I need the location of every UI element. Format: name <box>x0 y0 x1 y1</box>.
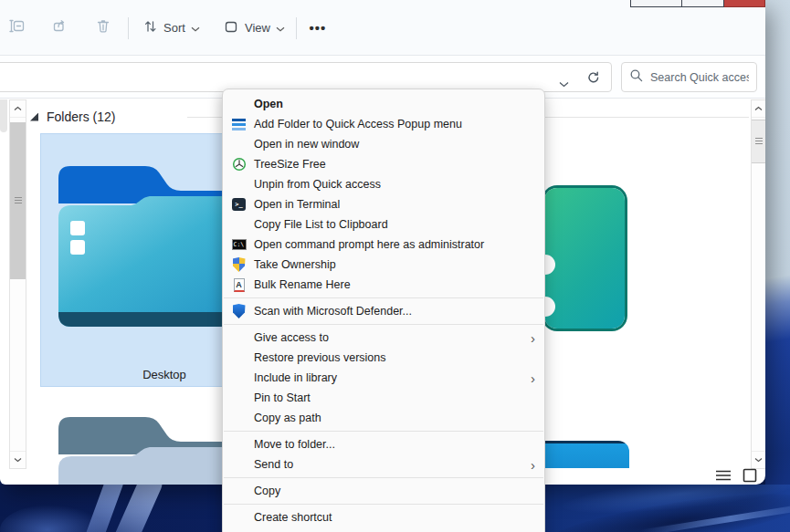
submenu-chevron-icon: › <box>531 458 535 472</box>
menu-item-unpin-quick-access[interactable]: Unpin from Quick access <box>223 174 544 194</box>
desktop-background: Sort View ••• <box>0 0 790 532</box>
menu-item-send-to[interactable]: Send to › <box>223 454 544 475</box>
scroll-down-button[interactable] <box>752 451 765 468</box>
menu-item-move-to-folder[interactable]: Move to folder... <box>223 434 544 454</box>
menu-item-take-ownership[interactable]: Take Ownership <box>223 255 544 275</box>
bg-maximize-button[interactable] <box>682 0 724 7</box>
background-window-caption <box>630 0 765 7</box>
menu-separator <box>224 477 543 478</box>
sort-label: Sort <box>163 21 185 35</box>
nav-pane-scrollbar-fragment[interactable] <box>0 99 7 132</box>
command-toolbar: Sort View ••• <box>0 0 765 56</box>
search-icon <box>629 68 644 87</box>
defender-shield-icon <box>233 304 246 318</box>
view-button[interactable]: View <box>216 12 292 43</box>
refresh-icon[interactable] <box>585 69 602 89</box>
scroll-up-button[interactable] <box>752 100 765 118</box>
menu-item-bulk-rename[interactable]: A Bulk Rename Here <box>223 275 544 295</box>
sort-icon <box>142 18 158 37</box>
view-label: View <box>245 21 270 35</box>
menu-item-restore-previous-versions[interactable]: Restore previous versions <box>223 348 544 368</box>
toolbar-separator <box>296 17 297 39</box>
context-menu: Open Add Folder to Quick Access Popup me… <box>222 89 545 532</box>
green-folder-icon[interactable] <box>544 188 625 329</box>
address-dropdown-chevron-icon[interactable] <box>559 75 569 91</box>
rename-button[interactable] <box>0 12 35 43</box>
terminal-icon: >_ <box>232 198 246 211</box>
menu-separator <box>224 431 543 432</box>
folders-group-header: Folders (12) <box>30 110 115 124</box>
search-box <box>621 62 757 92</box>
blue-folder-icon[interactable] <box>537 441 629 468</box>
more-options-button[interactable]: ••• <box>301 12 334 43</box>
treesize-icon <box>232 157 247 172</box>
list-view-button[interactable] <box>713 467 733 484</box>
more-options-icon: ••• <box>310 20 327 36</box>
menu-item-open-in-terminal[interactable]: >_ Open in Terminal <box>223 194 544 214</box>
menu-item-create-shortcut[interactable]: Create shortcut <box>223 507 544 527</box>
menu-item-copy-as-path[interactable]: Copy as path <box>223 408 544 428</box>
scrollbar-thumb[interactable] <box>752 120 765 163</box>
left-scrollbar[interactable] <box>9 99 26 469</box>
view-icon <box>223 18 239 37</box>
menu-item-open-new-window[interactable]: Open in new window <box>223 134 544 154</box>
menu-item-give-access-to[interactable]: Give access to › <box>223 328 544 348</box>
menu-item-pin-to-start[interactable]: Pin to Start <box>223 388 544 408</box>
thumbnail-view-button[interactable] <box>740 467 760 484</box>
submenu-chevron-icon: › <box>531 371 535 385</box>
menu-item-add-folder-quick-access-popup[interactable]: Add Folder to Quick Access Popup menu <box>223 114 544 134</box>
menu-separator <box>224 504 543 505</box>
status-bar <box>713 467 760 484</box>
menu-separator <box>224 297 543 298</box>
list-view-icon <box>715 469 732 482</box>
menu-item-open[interactable]: Open <box>223 94 544 114</box>
rename-icon <box>8 16 26 38</box>
menu-item-open-cmd-admin[interactable]: C:\ Open command prompt here as administ… <box>223 235 544 255</box>
share-icon <box>51 16 69 38</box>
sort-button[interactable]: Sort <box>135 12 207 43</box>
bg-minimize-button[interactable] <box>630 0 682 7</box>
bg-close-button[interactable] <box>724 0 765 7</box>
group-collapse-triangle-icon[interactable] <box>30 113 38 121</box>
menu-item-copy-file-list[interactable]: Copy File List to Clipboard <box>223 214 544 235</box>
cmd-icon: C:\ <box>232 239 247 250</box>
delete-button[interactable] <box>86 12 121 43</box>
scroll-down-button[interactable] <box>10 451 26 468</box>
rename-page-icon: A <box>234 278 245 292</box>
quick-access-popup-icon <box>232 119 246 130</box>
scrollbar-grip-icon <box>15 197 22 204</box>
chevron-down-icon <box>191 21 200 35</box>
thumbnail-view-icon <box>743 468 757 483</box>
scrollbar-grip-icon <box>755 138 763 145</box>
menu-item-treesize-free[interactable]: TreeSize Free <box>223 154 544 174</box>
scrollbar-thumb[interactable] <box>10 122 26 279</box>
group-header-label: Folders (12) <box>47 110 115 124</box>
uac-shield-icon <box>233 257 246 272</box>
trash-icon <box>94 16 112 38</box>
right-scrollbar[interactable] <box>751 99 765 469</box>
menu-item-defender-scan[interactable]: Scan with Microsoft Defender... <box>223 301 544 321</box>
toolbar-separator <box>128 17 129 39</box>
share-button[interactable] <box>43 12 78 43</box>
menu-item-include-in-library[interactable]: Include in library › <box>223 368 544 388</box>
chevron-down-icon <box>276 21 285 35</box>
wallpaper-right-strip <box>765 0 790 532</box>
menu-item-copy[interactable]: Copy <box>223 481 544 501</box>
submenu-chevron-icon: › <box>531 331 535 345</box>
menu-separator <box>224 324 543 325</box>
search-input[interactable] <box>650 71 749 84</box>
scroll-up-button[interactable] <box>10 100 26 118</box>
